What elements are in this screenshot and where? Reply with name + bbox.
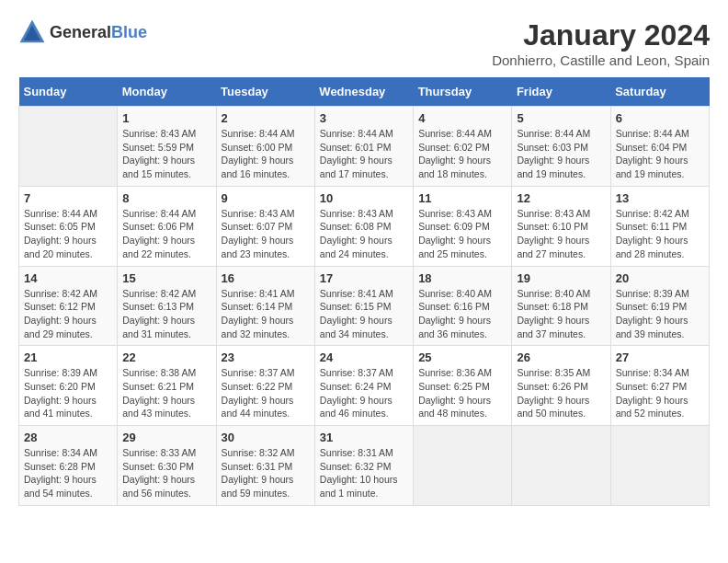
calendar-day-cell: 26Sunrise: 8:35 AMSunset: 6:26 PMDayligh… <box>512 346 610 426</box>
day-info: Sunrise: 8:39 AMSunset: 6:19 PMDaylight:… <box>616 287 704 341</box>
day-number: 19 <box>517 271 605 285</box>
calendar-day-cell: 24Sunrise: 8:37 AMSunset: 6:24 PMDayligh… <box>314 346 413 426</box>
day-info: Sunrise: 8:41 AMSunset: 6:15 PMDaylight:… <box>320 287 408 341</box>
month-title: January 2024 <box>492 18 710 52</box>
calendar-day-cell: 25Sunrise: 8:36 AMSunset: 6:25 PMDayligh… <box>414 346 512 426</box>
day-info: Sunrise: 8:43 AMSunset: 6:10 PMDaylight:… <box>517 207 605 261</box>
day-number: 25 <box>418 350 506 364</box>
calendar-header-day: Thursday <box>414 77 512 107</box>
day-number: 7 <box>24 191 112 205</box>
calendar-day-cell: 23Sunrise: 8:37 AMSunset: 6:22 PMDayligh… <box>216 346 314 426</box>
day-info: Sunrise: 8:39 AMSunset: 6:20 PMDaylight:… <box>24 366 112 420</box>
calendar-week-row: 7Sunrise: 8:44 AMSunset: 6:05 PMDaylight… <box>19 186 710 266</box>
day-info: Sunrise: 8:43 AMSunset: 6:08 PMDaylight:… <box>320 207 408 261</box>
day-number: 16 <box>222 271 310 285</box>
calendar-day-cell: 13Sunrise: 8:42 AMSunset: 6:11 PMDayligh… <box>610 186 709 266</box>
calendar-week-row: 14Sunrise: 8:42 AMSunset: 6:12 PMDayligh… <box>19 266 710 346</box>
day-number: 23 <box>222 350 310 364</box>
calendar-day-cell: 3Sunrise: 8:44 AMSunset: 6:01 PMDaylight… <box>314 107 413 187</box>
day-info: Sunrise: 8:34 AMSunset: 6:27 PMDaylight:… <box>616 366 704 420</box>
day-info: Sunrise: 8:43 AMSunset: 6:07 PMDaylight:… <box>222 207 310 261</box>
calendar-day-cell: 12Sunrise: 8:43 AMSunset: 6:10 PMDayligh… <box>512 186 610 266</box>
day-info: Sunrise: 8:44 AMSunset: 6:02 PMDaylight:… <box>418 127 506 181</box>
day-number: 5 <box>517 111 605 125</box>
logo: GeneralBlue <box>18 18 147 46</box>
day-number: 31 <box>320 431 408 444</box>
calendar-header-day: Saturday <box>610 77 709 107</box>
calendar-week-row: 1Sunrise: 8:43 AMSunset: 5:59 PMDaylight… <box>19 107 710 187</box>
calendar-day-cell: 5Sunrise: 8:44 AMSunset: 6:03 PMDaylight… <box>512 107 610 187</box>
calendar-header-day: Monday <box>118 77 216 107</box>
calendar-day-cell: 4Sunrise: 8:44 AMSunset: 6:02 PMDaylight… <box>414 107 512 187</box>
day-info: Sunrise: 8:44 AMSunset: 6:03 PMDaylight:… <box>517 127 605 181</box>
calendar-header-row: SundayMondayTuesdayWednesdayThursdayFrid… <box>19 77 710 107</box>
day-number: 28 <box>24 431 112 444</box>
day-number: 22 <box>122 350 210 364</box>
calendar-day-cell: 31Sunrise: 8:31 AMSunset: 6:32 PMDayligh… <box>314 426 413 506</box>
day-info: Sunrise: 8:33 AMSunset: 6:30 PMDaylight:… <box>122 446 210 500</box>
logo-text-general: General <box>50 23 111 41</box>
day-info: Sunrise: 8:43 AMSunset: 6:09 PMDaylight:… <box>418 207 506 261</box>
calendar-day-cell: 6Sunrise: 8:44 AMSunset: 6:04 PMDaylight… <box>610 107 709 187</box>
calendar-day-cell: 16Sunrise: 8:41 AMSunset: 6:14 PMDayligh… <box>216 266 314 346</box>
calendar-day-cell: 28Sunrise: 8:34 AMSunset: 6:28 PMDayligh… <box>19 426 118 506</box>
calendar-header-day: Friday <box>512 77 610 107</box>
calendar-day-cell: 29Sunrise: 8:33 AMSunset: 6:30 PMDayligh… <box>118 426 216 506</box>
calendar-day-cell: 9Sunrise: 8:43 AMSunset: 6:07 PMDaylight… <box>216 186 314 266</box>
day-number: 30 <box>222 431 310 444</box>
calendar-day-cell <box>19 107 118 187</box>
calendar-day-cell: 14Sunrise: 8:42 AMSunset: 6:12 PMDayligh… <box>19 266 118 346</box>
day-info: Sunrise: 8:42 AMSunset: 6:11 PMDaylight:… <box>616 207 704 261</box>
day-number: 24 <box>320 350 408 364</box>
calendar-week-row: 28Sunrise: 8:34 AMSunset: 6:28 PMDayligh… <box>19 426 710 506</box>
day-number: 10 <box>320 191 408 205</box>
calendar-header-day: Tuesday <box>216 77 314 107</box>
calendar-header-day: Wednesday <box>314 77 413 107</box>
day-info: Sunrise: 8:31 AMSunset: 6:32 PMDaylight:… <box>320 446 408 500</box>
day-info: Sunrise: 8:32 AMSunset: 6:31 PMDaylight:… <box>222 446 310 500</box>
day-info: Sunrise: 8:35 AMSunset: 6:26 PMDaylight:… <box>517 366 605 420</box>
day-number: 13 <box>616 191 704 205</box>
page-header: GeneralBlue January 2024 Donhierro, Cast… <box>18 18 710 68</box>
day-number: 17 <box>320 271 408 285</box>
calendar-day-cell: 7Sunrise: 8:44 AMSunset: 6:05 PMDaylight… <box>19 186 118 266</box>
calendar-day-cell <box>610 426 709 506</box>
calendar-day-cell: 15Sunrise: 8:42 AMSunset: 6:13 PMDayligh… <box>118 266 216 346</box>
day-number: 4 <box>418 111 506 125</box>
calendar-day-cell <box>512 426 610 506</box>
day-info: Sunrise: 8:34 AMSunset: 6:28 PMDaylight:… <box>24 446 112 500</box>
day-info: Sunrise: 8:44 AMSunset: 6:05 PMDaylight:… <box>24 207 112 261</box>
calendar-table: SundayMondayTuesdayWednesdayThursdayFrid… <box>18 77 710 506</box>
calendar-day-cell: 20Sunrise: 8:39 AMSunset: 6:19 PMDayligh… <box>610 266 709 346</box>
calendar-week-row: 21Sunrise: 8:39 AMSunset: 6:20 PMDayligh… <box>19 346 710 426</box>
day-info: Sunrise: 8:38 AMSunset: 6:21 PMDaylight:… <box>122 366 210 420</box>
calendar-day-cell: 2Sunrise: 8:44 AMSunset: 6:00 PMDaylight… <box>216 107 314 187</box>
calendar-day-cell: 27Sunrise: 8:34 AMSunset: 6:27 PMDayligh… <box>610 346 709 426</box>
day-info: Sunrise: 8:40 AMSunset: 6:16 PMDaylight:… <box>418 287 506 341</box>
day-info: Sunrise: 8:44 AMSunset: 6:04 PMDaylight:… <box>616 127 704 181</box>
day-number: 14 <box>24 271 112 285</box>
calendar-day-cell: 1Sunrise: 8:43 AMSunset: 5:59 PMDaylight… <box>118 107 216 187</box>
calendar-day-cell: 18Sunrise: 8:40 AMSunset: 6:16 PMDayligh… <box>414 266 512 346</box>
day-number: 26 <box>517 350 605 364</box>
calendar-header-day: Sunday <box>19 77 118 107</box>
calendar-day-cell: 19Sunrise: 8:40 AMSunset: 6:18 PMDayligh… <box>512 266 610 346</box>
title-area: January 2024 Donhierro, Castille and Leo… <box>492 18 710 68</box>
logo-icon <box>18 18 46 46</box>
day-number: 15 <box>122 271 210 285</box>
day-number: 8 <box>122 191 210 205</box>
calendar-day-cell <box>414 426 512 506</box>
day-info: Sunrise: 8:44 AMSunset: 6:00 PMDaylight:… <box>222 127 310 181</box>
day-number: 3 <box>320 111 408 125</box>
calendar-day-cell: 11Sunrise: 8:43 AMSunset: 6:09 PMDayligh… <box>414 186 512 266</box>
day-number: 20 <box>616 271 704 285</box>
location-title: Donhierro, Castille and Leon, Spain <box>492 52 710 68</box>
day-number: 27 <box>616 350 704 364</box>
day-info: Sunrise: 8:41 AMSunset: 6:14 PMDaylight:… <box>222 287 310 341</box>
day-number: 29 <box>122 431 210 444</box>
day-info: Sunrise: 8:37 AMSunset: 6:24 PMDaylight:… <box>320 366 408 420</box>
calendar-day-cell: 30Sunrise: 8:32 AMSunset: 6:31 PMDayligh… <box>216 426 314 506</box>
day-number: 6 <box>616 111 704 125</box>
day-info: Sunrise: 8:40 AMSunset: 6:18 PMDaylight:… <box>517 287 605 341</box>
calendar-day-cell: 17Sunrise: 8:41 AMSunset: 6:15 PMDayligh… <box>314 266 413 346</box>
